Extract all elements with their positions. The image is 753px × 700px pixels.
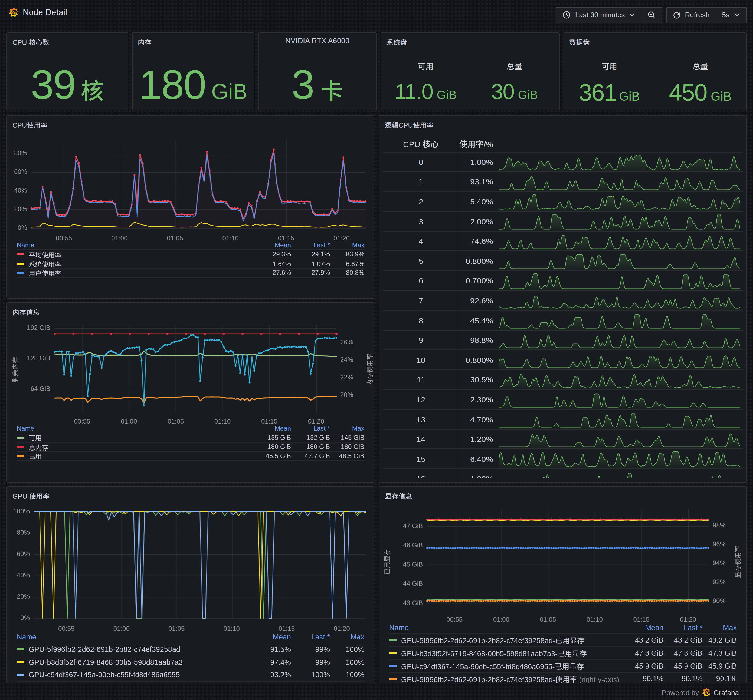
panel-title[interactable]: 内存 <box>138 37 151 47</box>
table-row: 1130.5% <box>383 369 742 389</box>
legend-last-value: 47.7 GiB <box>291 452 330 460</box>
legend-header-max[interactable]: Max <box>702 624 737 632</box>
legend-header-mean[interactable]: Mean <box>625 624 663 632</box>
legend-header-last[interactable]: Last * <box>663 624 702 632</box>
legend-series-name[interactable]: GPU-5f996fb2-2d62-691b-2b82-c74ef39258ad… <box>389 635 625 645</box>
series-name-text: GPU-5f996fb2-2d62-691b-2b82-c74ef39258ad <box>29 645 180 653</box>
refresh-label: Refresh <box>685 11 709 19</box>
panel-title[interactable]: 逻辑CPU使用率 <box>385 119 433 129</box>
stat-unit: GiB <box>711 90 732 103</box>
legend-series-name[interactable]: GPU-b3d3f52f-6719-8468-00b5-598d81aab7a3 <box>17 658 252 666</box>
legend-header-max[interactable]: Max <box>330 241 364 249</box>
chart-legend: NameMeanLast *MaxGPU-5f996fb2-2d62-691b-… <box>389 622 737 683</box>
cell-usage-value: 30.5% <box>459 375 494 384</box>
legend-mean-value: 1.64% <box>252 260 291 268</box>
cell-core-index: 1 <box>383 177 459 186</box>
legend-header-mean[interactable]: Mean <box>252 241 291 249</box>
series-name-text: GPU-b3d3f52f-6719-8468-00b5-598d81aab7a3… <box>401 647 587 658</box>
legend-series-name[interactable]: GPU-5f996fb2-2d62-691b-2b82-c74ef39258ad <box>17 645 252 653</box>
table-row: 845.4% <box>383 310 742 330</box>
legend-series-name[interactable]: 总内存 <box>17 442 252 451</box>
y-axis-title-right: 显存使用率 <box>733 545 742 578</box>
series-color-dash <box>17 436 24 438</box>
stat-number: 11.0 <box>395 81 433 102</box>
legend-header-name[interactable]: Name <box>17 633 252 641</box>
legend-header-last[interactable]: Last * <box>291 424 330 432</box>
table-row: 792.6% <box>383 290 742 310</box>
legend-header-mean[interactable]: Mean <box>252 424 291 432</box>
legend-header-last[interactable]: Last * <box>291 241 330 249</box>
panel-title[interactable]: 系统盘 <box>386 37 407 47</box>
legend-max-value: 83.9% <box>330 251 364 258</box>
legend-header-last[interactable]: Last * <box>291 633 330 641</box>
stat-value: 11.0GiB <box>395 81 457 102</box>
zoom-out-icon <box>647 11 656 19</box>
cell-core-index: 16 <box>383 474 459 477</box>
core-usage-sparkline <box>498 212 740 232</box>
grafana-dashboard: Node Detail Last 30 minutes Refresh <box>0 0 753 700</box>
panel-title[interactable]: 数据盘 <box>569 37 590 47</box>
time-range-picker[interactable]: Last 30 minutes <box>557 7 641 22</box>
time-controls: Last 30 minutes <box>556 7 662 23</box>
legend-series-name[interactable]: GPU-5f996fb2-2d62-691b-2b82-c74ef39258ad… <box>389 673 625 683</box>
legend-row: 已用45.5 GiB47.7 GiB48.5 GiB <box>17 451 364 461</box>
core-usage-sparkline <box>498 291 740 310</box>
legend-series-name[interactable]: 已用 <box>17 451 252 461</box>
legend-row: 可用135 GiB132 GiB145 GiB <box>17 432 364 442</box>
legend-header-name[interactable]: Name <box>389 624 625 632</box>
panel-title[interactable]: 显存信息 <box>385 490 412 500</box>
column-divider <box>459 135 459 477</box>
legend-series-name[interactable]: 平均使用率 <box>17 249 252 259</box>
grafana-logo-icon <box>9 8 18 17</box>
series-color-dash <box>389 678 397 680</box>
cell-usage-value: 0.800% <box>459 355 494 364</box>
series-name-text: 系统使用率 <box>29 259 61 268</box>
core-usage-sparkline <box>498 311 740 331</box>
table-row: 193.1% <box>383 171 742 191</box>
stat-number: 180 <box>139 64 206 106</box>
cell-usage-value: 93.1% <box>459 177 494 186</box>
panel-title[interactable]: CPU使用率 <box>12 119 47 129</box>
table-header-usage[interactable]: 使用率/% <box>459 138 494 149</box>
legend-header-max[interactable]: Max <box>330 424 364 432</box>
legend-header-max[interactable]: Max <box>330 633 364 641</box>
legend-header-name[interactable]: Name <box>17 241 252 249</box>
refresh-interval-dropdown[interactable]: 5s <box>716 7 746 22</box>
table-row: 122.30% <box>383 389 742 409</box>
panel-title[interactable]: CPU 核心数 <box>12 37 49 47</box>
legend-max-value: 100% <box>330 658 364 666</box>
stat-number: 30 <box>491 81 514 102</box>
series-name-text: 平均使用率 <box>29 249 61 259</box>
legend-series-name[interactable]: 用户使用率 <box>17 268 252 278</box>
cell-core-index: 13 <box>383 415 459 424</box>
panel-title[interactable]: NVIDIA RTX A6000 <box>258 37 376 45</box>
table-header-core[interactable]: CPU 核心 <box>383 138 459 149</box>
legend-header-name[interactable]: Name <box>17 424 252 432</box>
stat-label: 总量 <box>507 60 522 72</box>
legend-series-name[interactable]: GPU-b3d3f52f-6719-8468-00b5-598d81aab7a3… <box>389 647 625 658</box>
time-range-label: Last 30 minutes <box>575 11 625 19</box>
stat-unit: 核 <box>81 80 104 103</box>
legend-series-name[interactable]: 系统使用率 <box>17 259 252 268</box>
refresh-button[interactable]: Refresh <box>667 7 716 22</box>
powered-by-grafana[interactable]: Powered by Grafana <box>662 688 739 697</box>
legend-last-value: 90.1% <box>663 675 702 683</box>
legend-mean-value: 90.1% <box>625 675 663 683</box>
legend-last-value: 47.3 GiB <box>663 649 702 657</box>
legend-row: GPU-5f996fb2-2d62-691b-2b82-c74ef39258ad… <box>389 672 737 683</box>
panel-title[interactable]: 内存信息 <box>12 306 40 317</box>
legend-series-name[interactable]: GPU-c94df367-145a-90eb-c55f-fd8d486a6955 <box>17 671 252 679</box>
legend-header-mean[interactable]: Mean <box>252 633 291 641</box>
series-name-text: 已用 <box>29 451 42 461</box>
legend-last-value: 43.2 GiB <box>663 636 702 644</box>
legend-mean-value: 47.3 GiB <box>625 649 663 657</box>
stat-total: 总量 30GiB <box>470 53 559 104</box>
y-axis-title-right: 内存使用率 <box>365 353 374 386</box>
y-axis-title-left: 剩余内存 <box>10 357 19 382</box>
legend-series-name[interactable]: 可用 <box>17 433 252 442</box>
legend-series-name[interactable]: GPU-c94df367-145a-90eb-c55f-fd8d486a6955… <box>389 661 625 671</box>
panel-title[interactable]: GPU 使用率 <box>12 490 50 500</box>
zoom-out-button[interactable] <box>641 7 661 22</box>
table-row: 998.8% <box>383 330 742 350</box>
cell-usage-value: 0.700% <box>459 276 494 285</box>
